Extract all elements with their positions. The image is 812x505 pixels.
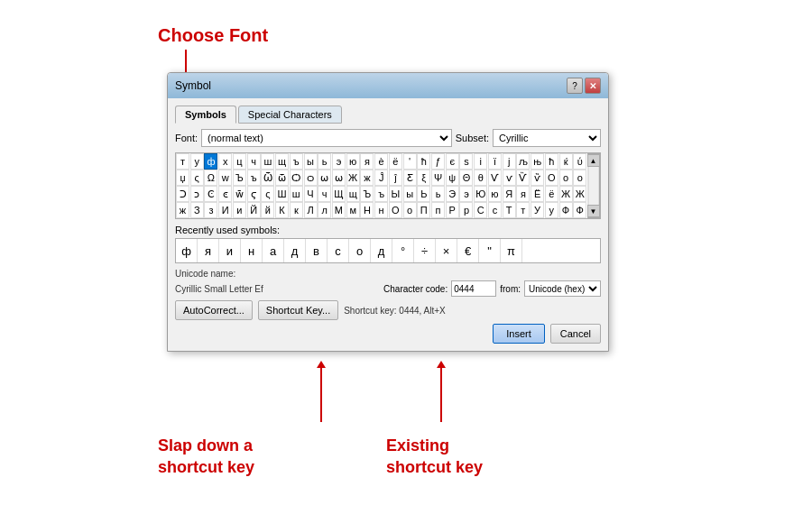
symbol-cell[interactable]: Й	[247, 202, 261, 218]
symbol-cell[interactable]: Ж	[573, 186, 586, 202]
symbol-cell[interactable]: Ш	[275, 186, 289, 202]
symbol-cell[interactable]: ѵ	[503, 170, 516, 186]
recent-symbol-cell[interactable]: ÷	[414, 239, 436, 262]
symbol-cell[interactable]: Ѵ	[488, 170, 502, 186]
recent-symbol-cell[interactable]: ф	[176, 239, 198, 262]
symbol-cell[interactable]: э	[332, 153, 346, 170]
symbol-cell[interactable]: о	[559, 170, 573, 186]
recent-symbol-cell[interactable]: €	[457, 239, 479, 262]
symbol-cell[interactable]: Ĵ	[374, 170, 388, 186]
scrollbar-down[interactable]: ▼	[587, 205, 600, 217]
symbol-cell[interactable]: Ь	[417, 186, 430, 202]
symbol-cell[interactable]: ѿ	[275, 170, 289, 186]
symbol-cell[interactable]: ъ	[247, 170, 261, 186]
symbol-cell[interactable]: Ю	[474, 186, 487, 202]
symbol-cell[interactable]: ъ	[290, 153, 303, 170]
symbol-cell[interactable]: ы	[304, 153, 318, 170]
symbol-cell[interactable]: Я	[503, 186, 516, 202]
symbol-cell[interactable]: ͼ	[218, 186, 232, 202]
symbol-cell[interactable]: ж	[360, 170, 374, 186]
symbol-cell[interactable]: С	[474, 202, 487, 218]
symbol-cell[interactable]: с	[488, 202, 502, 218]
symbol-cell[interactable]: Т	[503, 202, 516, 218]
symbol-cell[interactable]: џ	[176, 170, 189, 186]
recent-symbol-cell[interactable]: и	[219, 239, 241, 262]
symbol-cell[interactable]: м	[346, 202, 360, 218]
symbol-cell[interactable]: Н	[360, 202, 374, 218]
symbol-cell[interactable]: р	[459, 202, 473, 218]
symbol-cell[interactable]: Ъ	[233, 170, 246, 186]
recent-symbol-cell[interactable]: д	[284, 239, 306, 262]
recent-symbol-cell[interactable]: н	[241, 239, 263, 262]
symbol-cell[interactable]: є	[446, 153, 459, 170]
symbol-cell[interactable]: ч	[247, 153, 261, 170]
symbol-cell[interactable]: њ	[531, 153, 544, 170]
symbol-cell[interactable]: ѕ	[459, 153, 473, 170]
symbol-cell[interactable]: к	[290, 202, 303, 218]
symbol-cell[interactable]: Ѿ	[261, 170, 274, 186]
symbol-cell[interactable]: и	[233, 202, 246, 218]
symbol-cell[interactable]: Ж	[346, 170, 360, 186]
symbol-cell[interactable]: ц	[233, 153, 246, 170]
recent-symbol-cell[interactable]: ×	[436, 239, 457, 262]
symbol-cell[interactable]: è	[374, 153, 388, 170]
symbol-cell[interactable]: К	[275, 202, 289, 218]
recent-symbol-cell[interactable]: с	[328, 239, 349, 262]
autocorrect-button[interactable]: AutoCorrect...	[175, 300, 253, 320]
symbol-cell[interactable]: Ы	[389, 186, 402, 202]
symbol-cell[interactable]: И	[218, 202, 232, 218]
symbol-cell[interactable]: і	[474, 153, 487, 170]
subset-select[interactable]: Cyrillic	[493, 129, 601, 147]
symbol-cell[interactable]: о	[403, 202, 417, 218]
symbol-cell[interactable]: У	[531, 202, 544, 218]
symbol-cell[interactable]: у	[545, 202, 558, 218]
recent-symbol-cell[interactable]: °	[392, 239, 414, 262]
symbol-cell[interactable]: у	[190, 153, 204, 170]
insert-button[interactable]: Insert	[493, 324, 545, 344]
cancel-button[interactable]: Cancel	[550, 324, 601, 344]
symbol-cell[interactable]: п	[431, 202, 445, 218]
symbol-cell[interactable]: Ж	[559, 186, 573, 202]
tab-symbols[interactable]: Symbols	[175, 106, 236, 124]
symbol-cell[interactable]: ѻ	[304, 170, 318, 186]
symbol-cell[interactable]: Ъ	[360, 186, 374, 202]
symbol-cell[interactable]: ф	[204, 153, 217, 170]
symbol-cell[interactable]: Щ	[332, 186, 346, 202]
symbol-cell[interactable]: П	[417, 202, 430, 218]
help-button[interactable]: ?	[567, 78, 583, 94]
symbol-cell[interactable]: ƒ	[431, 153, 445, 170]
symbol-cell[interactable]: ь	[318, 153, 331, 170]
symbol-cell[interactable]: ë	[389, 153, 402, 170]
recent-symbol-cell[interactable]: π	[501, 239, 522, 262]
symbol-cell[interactable]: Ͼ	[204, 186, 217, 202]
symbol-cell[interactable]: ќ	[559, 153, 573, 170]
symbol-cell[interactable]: Ψ	[431, 170, 445, 186]
symbol-cell[interactable]: ѡ	[332, 170, 346, 186]
symbol-cell[interactable]: ћ	[545, 153, 558, 170]
font-select[interactable]: (normal text)	[201, 129, 452, 147]
scrollbar-up[interactable]: ▲	[587, 154, 600, 167]
from-select[interactable]: Unicode (hex)	[524, 280, 601, 297]
symbol-cell[interactable]: Ω	[204, 170, 217, 186]
symbol-cell[interactable]: Э	[446, 186, 459, 202]
symbol-cell[interactable]: Ƹ	[403, 170, 417, 186]
close-button[interactable]: ✕	[585, 78, 601, 94]
symbol-cell[interactable]: θ	[474, 170, 487, 186]
symbol-cell[interactable]: ч	[318, 186, 331, 202]
symbol-cell[interactable]: О	[389, 202, 402, 218]
symbol-cell[interactable]: ш	[290, 186, 303, 202]
symbol-cell[interactable]: ς	[190, 170, 204, 186]
symbol-cell[interactable]: Θ	[459, 170, 473, 186]
symbol-cell[interactable]: ю	[488, 186, 502, 202]
symbol-cell[interactable]: ї	[488, 153, 502, 170]
symbol-cell[interactable]: Л	[304, 202, 318, 218]
symbol-cell[interactable]: ш	[261, 153, 274, 170]
symbol-cell[interactable]: w	[218, 170, 232, 186]
symbol-cell[interactable]: Ѻ	[290, 170, 303, 186]
recent-symbol-cell[interactable]: о	[349, 239, 371, 262]
symbol-cell[interactable]: w̄	[233, 186, 246, 202]
symbol-cell[interactable]: щ	[275, 153, 289, 170]
symbol-cell[interactable]: Ͻ	[176, 186, 189, 202]
symbol-cell[interactable]: я	[360, 153, 374, 170]
symbol-cell[interactable]: ͻ	[190, 186, 204, 202]
